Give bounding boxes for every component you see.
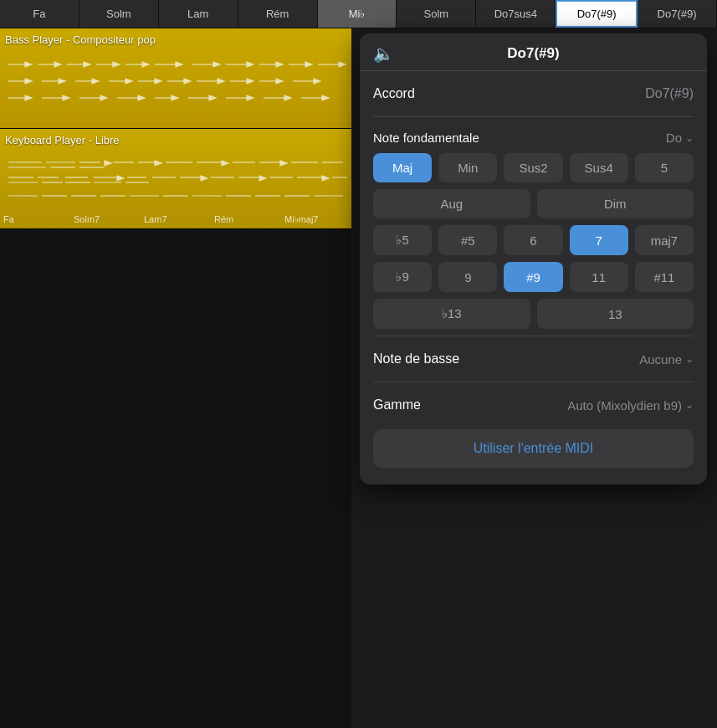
section-divider-1 — [373, 116, 694, 117]
note-fondamentale-chevron: ⌄ — [685, 132, 694, 144]
note-basse-row[interactable]: Note de basse Aucune ⌄ — [360, 343, 707, 375]
6-button[interactable]: 6 — [504, 225, 562, 255]
svg-marker-45 — [63, 95, 69, 100]
chord-bar: FaSolmLamRémMi♭SolmDo7sus4Do7(#9)Do7(#9) — [0, 0, 717, 28]
chord-bar-item-5[interactable]: Solm — [397, 0, 476, 28]
note-fondamentale-label: Note fondamentale — [373, 131, 479, 145]
chord-bar-item-8[interactable]: Do7(#9) — [638, 0, 717, 28]
svg-marker-75 — [280, 161, 287, 166]
gamme-label: Gamme — [373, 397, 421, 413]
svg-marker-29 — [125, 79, 132, 84]
note-basse-value: Aucune ⌄ — [639, 352, 694, 367]
svg-marker-69 — [155, 161, 161, 166]
chord-bar-item-4[interactable]: Mi♭ — [318, 0, 397, 28]
svg-marker-53 — [209, 95, 216, 100]
svg-marker-47 — [100, 95, 107, 100]
bass-pattern-svg — [0, 52, 351, 119]
accord-row: Accord Do7(#9) — [360, 78, 707, 110]
svg-marker-91 — [201, 176, 207, 181]
dim-button[interactable]: Dim — [537, 189, 694, 218]
chord-popup-panel: 🔈 Do7(#9) Accord Do7(#9) Note fondamenta… — [360, 33, 707, 484]
track-area: Bass Player - Compositeur pop — [0, 28, 351, 728]
keyboard-pattern-svg — [0, 152, 351, 219]
section-divider-3 — [373, 382, 694, 382]
chord-row-2: Aug Dim — [373, 189, 694, 218]
popup-header: 🔈 Do7(#9) — [360, 33, 707, 70]
keyboard-chord-labels: Fa Solm7 Lam7 Rém Mi♭maj7 — [0, 214, 351, 225]
13-button[interactable]: 13 — [537, 299, 694, 329]
speaker-icon[interactable]: 🔈 — [373, 44, 394, 64]
sus2-button[interactable]: Sus2 — [504, 153, 562, 182]
note-basse-label: Note de basse — [373, 351, 459, 367]
svg-marker-85 — [117, 176, 124, 181]
svg-marker-1 — [25, 62, 32, 67]
chord-row-5: ♭13 13 — [373, 299, 694, 329]
chord-row-3: ♭5 #5 6 7 maj7 — [373, 225, 694, 255]
svg-marker-21 — [339, 62, 346, 67]
svg-marker-55 — [247, 95, 254, 100]
svg-marker-25 — [59, 79, 65, 84]
chord-row-4: ♭9 9 #9 11 #11 — [373, 262, 694, 292]
accord-label: Accord — [373, 86, 415, 101]
chord-bar-item-1[interactable]: Solm — [79, 0, 159, 28]
keyboard-track-label: Keyboard Player - Libre — [5, 134, 120, 146]
svg-marker-15 — [247, 62, 254, 67]
9-button[interactable]: 9 — [438, 262, 497, 292]
svg-marker-13 — [213, 62, 220, 67]
aug-button[interactable]: Aug — [373, 189, 530, 218]
sharp9-button[interactable]: #9 — [504, 262, 562, 292]
7-button[interactable]: 7 — [570, 225, 628, 255]
chord-bar-item-0[interactable]: Fa — [0, 0, 79, 28]
svg-marker-72 — [222, 161, 228, 166]
chord-bar-item-7[interactable]: Do7(#9) — [556, 0, 638, 28]
svg-marker-7 — [113, 62, 120, 67]
note-fondamentale-value: Do ⌄ — [666, 131, 694, 145]
svg-marker-37 — [247, 79, 254, 84]
note-fondamentale-row[interactable]: Note fondamentale Do ⌄ — [360, 124, 707, 150]
midi-button[interactable]: Utiliser l'entrée MIDI — [373, 429, 694, 468]
sharp5-button[interactable]: #5 — [438, 225, 497, 255]
b9-button[interactable]: ♭9 — [373, 262, 432, 292]
sus4-button[interactable]: Sus4 — [570, 153, 628, 182]
sharp11-button[interactable]: #11 — [635, 262, 694, 292]
bass-track-label: Bass Player - Compositeur pop — [5, 33, 156, 46]
svg-marker-41 — [314, 79, 320, 84]
header-divider — [360, 70, 707, 71]
gamme-row[interactable]: Gamme Auto (Mixolydien b9) ⌄ — [360, 389, 707, 421]
svg-marker-27 — [92, 79, 99, 84]
svg-marker-9 — [142, 62, 149, 67]
svg-marker-66 — [105, 161, 111, 166]
svg-marker-43 — [25, 95, 32, 100]
section-divider-2 — [373, 336, 694, 336]
chord-bar-item-3[interactable]: Rém — [238, 0, 318, 28]
svg-marker-23 — [25, 79, 32, 84]
svg-marker-17 — [276, 62, 283, 67]
b13-button[interactable]: ♭13 — [373, 299, 530, 329]
svg-marker-49 — [138, 95, 145, 100]
chord-row-1: Maj Min Sus2 Sus4 5 — [373, 153, 694, 182]
svg-marker-3 — [54, 62, 61, 67]
chord-bar-item-2[interactable]: Lam — [159, 0, 238, 28]
svg-marker-59 — [322, 95, 329, 100]
svg-marker-94 — [259, 176, 266, 181]
svg-marker-11 — [176, 62, 182, 67]
11-button[interactable]: 11 — [570, 262, 628, 292]
note-basse-chevron: ⌄ — [685, 353, 694, 365]
svg-marker-5 — [84, 62, 90, 67]
svg-marker-31 — [155, 79, 161, 84]
svg-marker-39 — [276, 79, 283, 84]
svg-marker-51 — [172, 95, 178, 100]
min-button[interactable]: Min — [438, 153, 497, 182]
gamme-value: Auto (Mixolydien b9) ⌄ — [567, 398, 694, 413]
maj7-button[interactable]: maj7 — [635, 225, 694, 255]
5-button[interactable]: 5 — [635, 153, 694, 182]
svg-marker-57 — [284, 95, 291, 100]
maj-button[interactable]: Maj — [373, 153, 432, 182]
keyboard-track[interactable]: Keyboard Player - Libre — [0, 129, 351, 229]
bass-track[interactable]: Bass Player - Compositeur pop — [0, 28, 351, 129]
svg-marker-19 — [305, 62, 312, 67]
midi-button-container: Utiliser l'entrée MIDI — [360, 421, 707, 471]
b5-button[interactable]: ♭5 — [373, 225, 432, 255]
chord-bar-item-6[interactable]: Do7sus4 — [476, 0, 556, 28]
accord-value: Do7(#9) — [645, 86, 694, 101]
